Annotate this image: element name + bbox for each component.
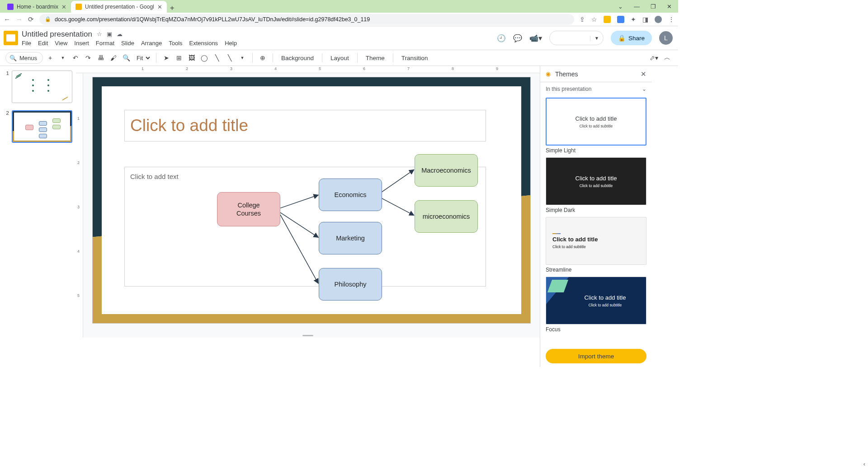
share-label: Share — [628, 35, 645, 42]
maximize-icon[interactable]: ❐ — [651, 3, 656, 10]
doc-title[interactable]: Untitled presentation — [22, 30, 92, 39]
canvas-area: 1 2 3 4 5 6 7 8 9 1 2 3 4 5 C — [76, 66, 540, 338]
theme-streamline[interactable]: Click to add title Click to add subtitle — [546, 217, 646, 265]
theme-label: Simple Light — [546, 147, 646, 154]
node-macro[interactable]: Macroeconomics — [415, 154, 478, 187]
node-micro[interactable]: microeconomics — [415, 200, 478, 233]
tab-title: Untitled presentation - Googl — [85, 4, 154, 10]
menu-arrange[interactable]: Arrange — [141, 40, 162, 47]
node-root[interactable]: College Courses — [217, 192, 280, 226]
zoom-select[interactable]: Fit — [134, 54, 151, 62]
favicon-icon — [75, 4, 82, 10]
menu-edit[interactable]: Edit — [38, 40, 48, 47]
move-icon[interactable]: ▣ — [107, 31, 112, 38]
redo-button[interactable]: ↷ — [83, 52, 94, 64]
layout-button[interactable]: Layout — [327, 55, 353, 61]
theme-focus[interactable]: Click to add title Click to add subtitle — [546, 277, 646, 324]
bookmark-icon[interactable]: ☆ — [591, 16, 597, 23]
ext-icon[interactable] — [617, 16, 624, 23]
paint-format-button[interactable]: 🖌 — [108, 52, 119, 64]
close-icon[interactable]: ✕ — [641, 70, 646, 78]
menu-slide[interactable]: Slide — [121, 40, 134, 47]
slide-thumb-2[interactable] — [12, 110, 72, 143]
menu-insert[interactable]: Insert — [74, 40, 89, 47]
forward-icon[interactable]: → — [16, 15, 23, 23]
minimize-icon[interactable]: — — [634, 3, 640, 10]
hide-menus-button[interactable]: ︿ — [662, 52, 673, 64]
extensions-icon[interactable]: ✦ — [631, 16, 636, 23]
node-marketing[interactable]: Marketing — [319, 222, 382, 254]
share-button[interactable]: 🔒 Share — [611, 31, 652, 45]
menu-tools[interactable]: Tools — [169, 40, 182, 47]
slideshow-dropdown[interactable]: ▼ — [590, 36, 603, 41]
new-slide-button[interactable]: + — [45, 52, 56, 64]
star-icon[interactable]: ☆ — [97, 31, 102, 38]
slide-number: 2 — [4, 110, 9, 143]
themes-title: Themes — [555, 70, 636, 78]
pointer-mode[interactable]: ⬀▾ — [648, 52, 660, 64]
lock-icon: 🔒 — [618, 34, 626, 42]
present-icon[interactable]: 📹▾ — [529, 34, 542, 42]
window-controls: ⌄ — ❐ ✕ — [618, 0, 678, 13]
select-tool[interactable]: ➤ — [161, 52, 172, 64]
textbox-tool[interactable]: ⊞ — [174, 52, 184, 64]
chevron-down-icon[interactable]: ⌄ — [618, 3, 623, 10]
image-tool[interactable]: 🖼 — [186, 52, 197, 64]
profile-icon[interactable] — [655, 16, 662, 23]
menu-file[interactable]: File — [22, 40, 31, 47]
theme-simple-dark[interactable]: Click to add title Click to add subtitle — [546, 157, 646, 205]
app-header: Untitled presentation ☆ ▣ ☁ File Edit Vi… — [0, 26, 678, 50]
menu-icon[interactable]: ⋮ — [668, 16, 675, 23]
slide-thumb-1[interactable] — [12, 70, 72, 103]
new-slide-dropdown[interactable]: ▼ — [57, 52, 68, 64]
theme-button[interactable]: Theme — [362, 55, 388, 61]
chevron-down-icon: ⌄ — [642, 86, 646, 92]
menu-extensions[interactable]: Extensions — [189, 40, 218, 47]
search-menus[interactable]: 🔍 Menus — [5, 52, 43, 64]
undo-button[interactable]: ↶ — [70, 52, 81, 64]
zoom-icon[interactable]: 🔍 — [121, 52, 132, 64]
avatar[interactable]: L — [659, 31, 673, 45]
close-window-icon[interactable]: ✕ — [667, 3, 672, 10]
slide-canvas[interactable]: Click to add title Click to add text Col… — [92, 77, 531, 324]
close-icon[interactable]: ✕ — [61, 4, 66, 10]
resize-handle[interactable] — [302, 335, 313, 336]
background-button[interactable]: Background — [278, 55, 317, 61]
slide-number: 1 — [4, 70, 9, 103]
line-tool-2[interactable]: ╲ — [224, 52, 235, 64]
transition-button[interactable]: Transition — [398, 55, 432, 61]
themes-icon: ◉ — [546, 70, 551, 77]
slideshow-button: Slideshow ▼ — [549, 31, 604, 45]
history-icon[interactable]: 🕘 — [497, 34, 506, 42]
ext-icon[interactable] — [604, 16, 611, 23]
line-dropdown[interactable]: ▼ — [237, 52, 248, 64]
reload-icon[interactable]: ⟳ — [28, 15, 34, 24]
slides-logo-icon[interactable] — [4, 31, 18, 45]
import-theme-button[interactable]: Import theme — [546, 349, 646, 363]
sidepanel-icon[interactable]: ◨ — [642, 16, 648, 23]
print-button[interactable]: 🖶 — [95, 52, 106, 64]
themes-section-toggle[interactable]: In this presentation ⌄ — [540, 82, 652, 96]
node-economics[interactable]: Economics — [319, 179, 382, 211]
tab-title: Home - boardmix — [17, 4, 58, 10]
theme-simple-light[interactable]: Click to add title Click to add subtitle — [546, 98, 646, 146]
comments-icon[interactable]: 💬 — [513, 34, 522, 42]
themes-list[interactable]: Click to add title Click to add subtitle… — [540, 96, 652, 345]
new-tab-button[interactable]: + — [167, 4, 178, 13]
comment-button[interactable]: ⊕ — [257, 52, 268, 64]
title-placeholder[interactable]: Click to add title — [124, 110, 486, 141]
menu-bar: File Edit View Insert Format Slide Arran… — [22, 40, 237, 47]
browser-tab-boardmix[interactable]: Home - boardmix ✕ — [3, 1, 71, 13]
back-icon[interactable]: ← — [4, 15, 10, 23]
menu-view[interactable]: View — [55, 40, 67, 47]
menu-help[interactable]: Help — [225, 40, 237, 47]
menu-format[interactable]: Format — [96, 40, 114, 47]
line-tool[interactable]: ╲ — [212, 52, 222, 64]
browser-tab-slides[interactable]: Untitled presentation - Googl ✕ — [71, 1, 167, 13]
shape-tool[interactable]: ◯ — [199, 52, 210, 64]
search-icon: 🔍 — [9, 55, 17, 61]
main-workspace: 1 2 — [0, 66, 540, 338]
close-icon[interactable]: ✕ — [157, 4, 162, 10]
node-philosophy[interactable]: Philosophy — [319, 268, 382, 301]
url-input[interactable]: 🔒 docs.google.com/presentation/d/1QWsbjT… — [39, 14, 574, 25]
